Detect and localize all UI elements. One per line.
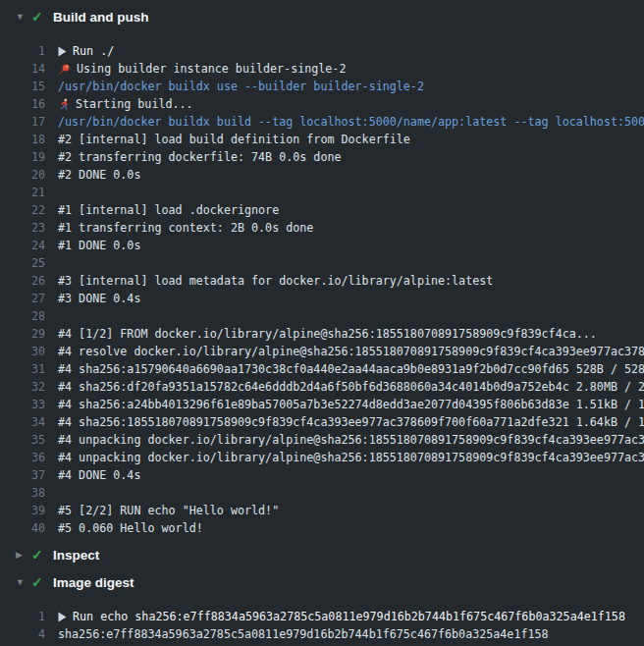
- step-header[interactable]: ▼ Build and push: [0, 3, 644, 30]
- play-icon[interactable]: [58, 612, 67, 622]
- runner-icon: [58, 98, 70, 111]
- log-line-number[interactable]: 25: [0, 254, 45, 272]
- log-line-text: #1 [internal] load .dockerignore: [58, 201, 279, 219]
- step-title: Inspect: [53, 548, 99, 563]
- log-line: 24 #1 DONE 0.0s: [0, 237, 644, 254]
- log-line: 23 #1 transferring context: 2B 0.0s done: [0, 219, 644, 237]
- step-section: ▼ Image digest 1 Run echo sha256:e7ff883…: [0, 568, 644, 646]
- log-line-number[interactable]: 26: [0, 272, 45, 290]
- log-line: 22 #1 [internal] load .dockerignore: [0, 201, 644, 219]
- log-line: 29 #4 [1/2] FROM docker.io/library/alpin…: [0, 325, 644, 343]
- log-line-text: #1 transferring context: 2B 0.0s done: [58, 219, 313, 237]
- pushpin-icon: [58, 63, 71, 76]
- log-line-text: Run echo sha256:e7ff8834a5963a2785c5a081…: [58, 608, 625, 625]
- log-line-number[interactable]: 1: [0, 42, 45, 60]
- log-line-text: #5 [2/2] RUN echo "Hello world!": [58, 502, 279, 519]
- log-line-text: #2 DONE 0.0s: [58, 166, 140, 184]
- log-line-number[interactable]: 34: [0, 413, 45, 431]
- log-line-number[interactable]: 38: [0, 484, 45, 502]
- log-line-text: #4 unpacking docker.io/library/alpine@sh…: [58, 431, 644, 449]
- chevron-icon[interactable]: ▶: [16, 551, 31, 560]
- log-line-number[interactable]: 18: [0, 131, 45, 148]
- check-icon: [31, 575, 53, 589]
- log-line: 37 #4 DONE 0.4s: [0, 466, 644, 484]
- log-line: 31 #4 sha256:a15790640a6690aa1730c38cf0a…: [0, 360, 644, 378]
- log-line-text: #3 [internal] load metadata for docker.i…: [58, 272, 493, 290]
- log-line-number[interactable]: 19: [0, 148, 45, 166]
- log-line-number[interactable]: 21: [0, 184, 45, 201]
- log-line: 18 #2 [internal] load build definition f…: [0, 131, 644, 148]
- step-title: Build and push: [53, 10, 149, 25]
- log-line-number[interactable]: 39: [0, 502, 45, 519]
- step-log-lines: 1 Run ./ 14 Using builder instance build…: [0, 30, 644, 541]
- log-line-text: /usr/bin/docker buildx build --tag local…: [58, 113, 644, 131]
- log-line-text: Starting build...: [58, 95, 193, 113]
- log-line-text: #4 [1/2] FROM docker.io/library/alpine@s…: [58, 325, 597, 343]
- log-line: 15 /usr/bin/docker buildx use --builder …: [0, 78, 644, 95]
- log-line-number[interactable]: 23: [0, 219, 45, 237]
- log-line: 35 #4 unpacking docker.io/library/alpine…: [0, 431, 644, 449]
- log-line: 38: [0, 484, 644, 502]
- log-line-text: #4 unpacking docker.io/library/alpine@sh…: [58, 449, 644, 466]
- log-line: 34 #4 sha256:185518070891758909c9f839cf4…: [0, 413, 644, 431]
- log-line-number[interactable]: 24: [0, 237, 45, 254]
- log-line-number[interactable]: 36: [0, 449, 45, 466]
- log-line: 16 Starting build...: [0, 95, 644, 113]
- log-line: 17 /usr/bin/docker buildx build --tag lo…: [0, 113, 644, 131]
- log-line: 36 #4 unpacking docker.io/library/alpine…: [0, 449, 644, 466]
- log-line-number[interactable]: 17: [0, 113, 45, 131]
- log-line: 30 #4 resolve docker.io/library/alpine@s…: [0, 343, 644, 360]
- log-line-text: #4 sha256:a15790640a6690aa1730c38cf0a440…: [58, 360, 644, 378]
- step-section: ▶ Inspect: [0, 541, 644, 568]
- log-line-number[interactable]: 4: [0, 625, 45, 643]
- log-line: 1 Run ./: [0, 42, 644, 60]
- log-line: 28: [0, 307, 644, 325]
- chevron-icon[interactable]: ▼: [16, 578, 31, 587]
- log-line-text: sha256:e7ff8834a5963a2785c5a0811e979d16b…: [58, 625, 549, 643]
- log-line-text: #4 sha256:185518070891758909c9f839cf4ca3…: [58, 413, 644, 431]
- check-icon: [31, 548, 53, 562]
- step-header[interactable]: ▼ Image digest: [0, 568, 644, 596]
- log-line-number[interactable]: 16: [0, 95, 45, 113]
- log-line-text: #4 sha256:a24bb4013296f61e89ba57005a7b3e…: [58, 396, 644, 413]
- log-line-number[interactable]: 40: [0, 519, 45, 537]
- log-line-text: #4 sha256:df20fa9351a15782c64e6dddb2d4a6…: [58, 378, 644, 396]
- log-line-text: #1 DONE 0.0s: [58, 237, 140, 254]
- log-line-number[interactable]: 1: [0, 608, 45, 625]
- step-section: ▼ Build and push 1 Run ./ 14 Using build…: [0, 3, 644, 541]
- log-line-number[interactable]: 37: [0, 466, 45, 484]
- log-line-text: #4 DONE 0.4s: [58, 466, 140, 484]
- log-line-number[interactable]: 22: [0, 201, 45, 219]
- chevron-icon[interactable]: ▼: [16, 13, 31, 22]
- log-line: 40 #5 0.060 Hello world!: [0, 519, 644, 537]
- log-line-number[interactable]: 29: [0, 325, 45, 343]
- check-icon: [31, 10, 53, 24]
- log-line-text: #3 DONE 0.4s: [58, 290, 140, 307]
- log-line-number[interactable]: 33: [0, 396, 45, 413]
- log-line-number[interactable]: 32: [0, 378, 45, 396]
- log-line-number[interactable]: 31: [0, 360, 45, 378]
- log-line: 21: [0, 184, 644, 201]
- log-line-text: Run echo sha256:e7ff8834a5963a2785c5a081…: [73, 608, 625, 625]
- log-line-number[interactable]: 28: [0, 307, 45, 325]
- log-line-number[interactable]: 14: [0, 60, 45, 78]
- log-line: 32 #4 sha256:df20fa9351a15782c64e6dddb2d…: [0, 378, 644, 396]
- log-line-number[interactable]: 35: [0, 431, 45, 449]
- log-line: 39 #5 [2/2] RUN echo "Hello world!": [0, 502, 644, 519]
- play-icon[interactable]: [58, 46, 67, 57]
- log-line-text: /usr/bin/docker buildx use --builder bui…: [58, 78, 424, 95]
- log-line: 4 sha256:e7ff8834a5963a2785c5a0811e979d1…: [0, 625, 644, 643]
- log-line: 26 #3 [internal] load metadata for docke…: [0, 272, 644, 290]
- log-line-text: Using builder instance builder-single-2: [58, 60, 346, 78]
- log-line-text: Starting build...: [76, 95, 193, 113]
- log-line-text: Run ./: [73, 42, 114, 60]
- log-line-number[interactable]: 30: [0, 343, 45, 360]
- log-line-number[interactable]: 15: [0, 78, 45, 95]
- log-line: 27 #3 DONE 0.4s: [0, 290, 644, 307]
- log-line-text: #5 0.060 Hello world!: [58, 519, 203, 537]
- log-line: 1 Run echo sha256:e7ff8834a5963a2785c5a0…: [0, 608, 644, 625]
- log-line-number[interactable]: 20: [0, 166, 45, 184]
- log-line-text: #2 transferring dockerfile: 74B 0.0s don…: [58, 148, 342, 166]
- log-line-number[interactable]: 27: [0, 290, 45, 307]
- step-header[interactable]: ▶ Inspect: [0, 541, 644, 568]
